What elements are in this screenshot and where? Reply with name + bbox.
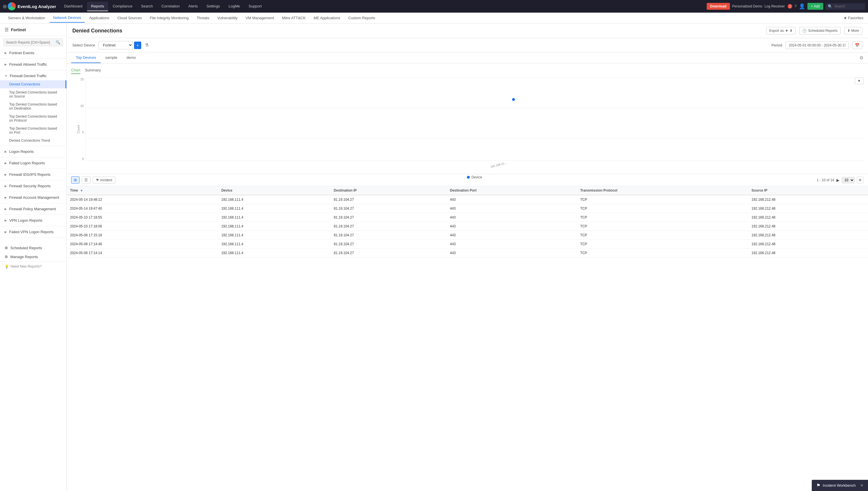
nav-correlation[interactable]: Correlation (157, 2, 184, 11)
close-workbench-icon[interactable]: ✕ (860, 483, 863, 488)
user-icon[interactable]: 👤 (799, 3, 805, 9)
scheduled-reports-button[interactable]: 🕐 Scheduled Reports (799, 27, 841, 34)
table-row[interactable]: 2024-05-10 17:18:55 192.168.111.4 81.19.… (66, 213, 868, 222)
nav-alerts[interactable]: Alerts (184, 2, 202, 11)
add-device-button[interactable]: + (134, 41, 141, 49)
sidebar-manage-label: Manage Reports (10, 255, 38, 259)
incident-workbench[interactable]: ⚑ Incident Workbench ✕ (812, 480, 868, 491)
period-input[interactable] (786, 41, 849, 49)
sidebar-item-fortinet-events[interactable]: ▶ Fortinet Events (0, 49, 66, 57)
add-button[interactable]: + Add (808, 3, 823, 10)
y-tick-10: 10 (71, 104, 84, 108)
list-view-button[interactable]: ☰ (82, 176, 90, 183)
sidebar-sub-denied-source[interactable]: Top Denied Connections based on Source (0, 88, 66, 100)
nav-compliance[interactable]: Compliance (109, 2, 137, 11)
col-dest-port[interactable]: Destination Port (446, 186, 577, 195)
favorites-button[interactable]: ★ Favorites (844, 16, 863, 20)
sidebar-item-logon[interactable]: ▶ Logon Reports (0, 147, 66, 156)
sidebar-item-firewall-allowed[interactable]: ▶ Firewall Allowed Traffic (0, 60, 66, 69)
denied-connections-label: Denied Connections (9, 82, 40, 86)
sidebar-manage-reports[interactable]: ⚙ Manage Reports (0, 252, 66, 261)
nav-applications[interactable]: Applications (86, 13, 113, 22)
sidebar-item-failed-logon[interactable]: ▶ Failed Logon Reports (0, 158, 66, 168)
nav-support[interactable]: Support (245, 2, 266, 11)
nav-search[interactable]: Search (137, 2, 157, 11)
sidebar-need-reports[interactable]: 💡 Need New Reports? (0, 261, 66, 271)
nav-logme[interactable]: LogMe (224, 2, 244, 11)
nav-custom-reports[interactable]: Custom Reports (345, 13, 379, 22)
export-button[interactable]: Export as ▼ ⬆ (766, 27, 796, 34)
need-reports-label: Need New Reports? (10, 264, 42, 268)
cell-time: 2024-05-08 17:14:14 (66, 249, 218, 258)
table-row[interactable]: 2024-05-14 19:47:40 192.168.111.4 81.19.… (66, 204, 868, 213)
nav-dashboard[interactable]: Dashboard (60, 2, 86, 11)
nav-file-integrity[interactable]: File Integrity Monitoring (146, 13, 192, 22)
sidebar-item-ids-ips[interactable]: ▶ Firewall IDS/IPS Reports (0, 170, 66, 179)
col-protocol[interactable]: Transmission Protocol (577, 186, 748, 195)
download-button[interactable]: Download (707, 3, 730, 10)
cell-protocol: TCP (577, 222, 748, 231)
table-row[interactable]: 2024-05-08 17:14:46 192.168.111.4 81.19.… (66, 240, 868, 249)
sidebar-item-firewall-denied[interactable]: ▼ Firewall Denied Traffic (0, 71, 66, 80)
sidebar-sub-denied-trend[interactable]: Denied Connections Trend (0, 137, 66, 145)
nav-servers[interactable]: Servers & Workstation (5, 13, 49, 22)
more-button[interactable]: ⬆ More (844, 27, 862, 34)
export-icon: ⬆ (790, 29, 792, 33)
sidebar-sub-denied-destination[interactable]: Top Denied Connections based on Destinat… (0, 100, 66, 112)
chart-dropdown-button[interactable]: ▼ (855, 78, 863, 84)
col-time[interactable]: Time ▼ (66, 186, 218, 195)
sidebar-search-input[interactable] (6, 40, 54, 45)
filter-button[interactable]: ⚗ (145, 42, 149, 48)
personalized-demo-link[interactable]: Personalized Demo (732, 4, 762, 8)
table-row[interactable]: 2024-05-14 19:48:12 192.168.111.4 81.19.… (66, 195, 868, 204)
chevron-down-icon: ▼ (5, 74, 7, 78)
incident-button[interactable]: ⚑ Incident (93, 177, 115, 183)
chevron-right-icon-10: ▶ (5, 230, 7, 233)
notification-badge[interactable]: 2 (788, 4, 792, 9)
nav-cloud-sources[interactable]: Cloud Sources (114, 13, 145, 22)
nav-vulnerability[interactable]: Vulnerability (214, 13, 241, 22)
col-device[interactable]: Device (218, 186, 330, 195)
per-page-select[interactable]: 10 (842, 177, 855, 183)
sidebar-item-failed-vpn[interactable]: ▶ Failed VPN Logon Reports (0, 227, 66, 236)
nav-threats[interactable]: Threats (193, 13, 213, 22)
grid-icon[interactable]: ⊞ (3, 4, 7, 9)
calendar-button[interactable]: 📅 (852, 41, 862, 49)
sidebar-scheduled-reports[interactable]: ⚙ Scheduled Reports (0, 243, 66, 252)
sidebar-sub-denied-port[interactable]: Top Denied Connections based on Port (0, 124, 66, 137)
device-select[interactable]: Fortinet (99, 41, 133, 49)
grid-line-1 (85, 108, 863, 108)
col-source-ip[interactable]: Source IP (748, 186, 868, 195)
sidebar-item-vpn-logon[interactable]: ▶ VPN Logon Reports (0, 216, 66, 225)
col-dest-ip[interactable]: Destination IP (330, 186, 446, 195)
divider-7 (0, 192, 66, 192)
nav-reports[interactable]: Reports (87, 2, 108, 11)
sidebar-item-account-mgmt[interactable]: ▶ Firewall Account Management (0, 193, 66, 202)
nav-mitre[interactable]: Mitre ATT&CK (279, 13, 309, 22)
tab-settings-icon[interactable]: ⚙ (859, 55, 863, 60)
tab-demo[interactable]: demo (122, 53, 141, 63)
sidebar-item-security[interactable]: ▶ Firewall Security Reports (0, 181, 66, 191)
chevron-right-icon-7: ▶ (5, 196, 7, 199)
nav-vm-management[interactable]: VM Management (242, 13, 277, 22)
column-select-button[interactable]: ⊞ (857, 177, 863, 183)
tab-top-devices[interactable]: Top Devices (71, 53, 101, 63)
next-page-button[interactable]: ▶ (836, 178, 840, 182)
hamburger-icon[interactable]: ☰ (5, 27, 9, 32)
log-receiver-link[interactable]: Log Receiver (765, 4, 785, 8)
sidebar-sub-denied-connections[interactable]: Denied Connections (0, 80, 66, 88)
tab-sample[interactable]: sample (101, 53, 122, 63)
help-link[interactable]: ? (794, 4, 796, 8)
sidebar-sub-denied-protocol[interactable]: Top Denied Connections based on Protocol (0, 112, 66, 124)
nav-me-apps[interactable]: ME Applications (310, 13, 344, 22)
table-row[interactable]: 2024-05-08 17:15:18 192.168.111.4 81.19.… (66, 231, 868, 240)
sidebar-item-policy-mgmt[interactable]: ▶ Firewall Policy Management (0, 204, 66, 213)
top-search-input[interactable] (834, 4, 863, 8)
nav-network-devices[interactable]: Network Devices (50, 13, 85, 23)
chart-toggle-summary[interactable]: Summary (85, 68, 101, 74)
table-row[interactable]: 2024-05-10 17:18:06 192.168.111.4 81.19.… (66, 222, 868, 231)
nav-settings[interactable]: Settings (202, 2, 224, 11)
table-row[interactable]: 2024-05-08 17:14:14 192.168.111.4 81.19.… (66, 249, 868, 258)
chart-toggle-chart[interactable]: Chart (71, 68, 80, 74)
table-view-button[interactable]: ⊞ (71, 176, 80, 183)
